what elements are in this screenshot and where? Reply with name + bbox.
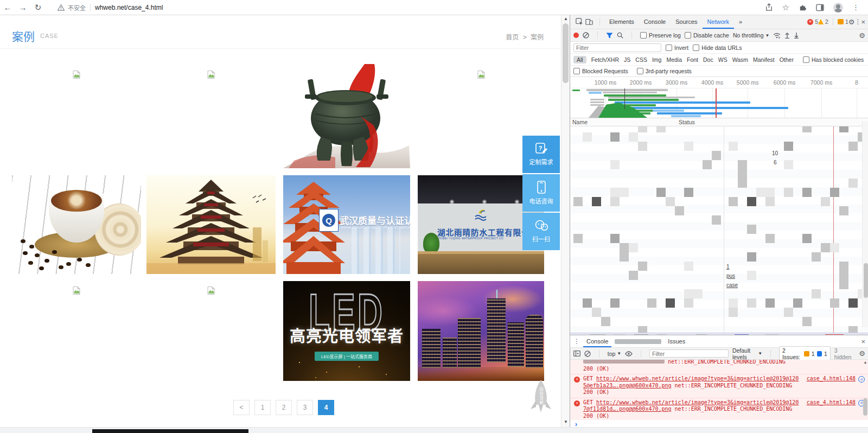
console-settings-icon[interactable]: ⚙ (859, 349, 865, 358)
console-sidebar-icon[interactable] (573, 351, 580, 356)
checkbox[interactable] (685, 32, 691, 39)
request-table-body[interactable]: 10 6 1 pus case (570, 126, 868, 333)
context-selector[interactable]: top ▼ (608, 351, 622, 357)
warning-count-badge[interactable]: 2 (818, 18, 828, 25)
checkbox[interactable] (693, 44, 699, 51)
tab-sources[interactable]: Sources (671, 15, 702, 29)
pagination-page-4-active[interactable]: 4 (318, 400, 334, 415)
type-filter-doc[interactable]: Doc (703, 56, 713, 63)
console-error-message[interactable]: net::ERR_INCOMPLETE_CHUNKED_ENCODING 200… (570, 360, 868, 374)
pagination-page-3[interactable]: 3 (297, 400, 313, 415)
console-error-message[interactable]: ✕ GET http://www.whweb.net/article/image… (570, 374, 868, 398)
browser-menu-icon[interactable]: ⋮ (852, 3, 859, 11)
case-item-broken-1[interactable] (12, 65, 141, 168)
request-link[interactable]: pus (726, 273, 735, 279)
devtools-settings-icon[interactable]: ⚙ (848, 18, 855, 26)
type-filter-all[interactable]: All (573, 56, 586, 63)
security-chip[interactable]: 不安全 (58, 3, 86, 12)
network-filter-input[interactable] (573, 43, 661, 52)
console-messages[interactable]: net::ERR_INCOMPLETE_CHUNKED_ENCODING 200… (570, 360, 868, 420)
request-url-link[interactable]: http://www.whweb.net/article/image?type=… (596, 375, 799, 381)
request-url-link[interactable]: 7@f11d81d….png@@600x470.png (583, 406, 672, 412)
type-filter-other[interactable]: Other (780, 56, 794, 63)
invert-checkbox[interactable]: Invert (666, 44, 688, 51)
scroll-up-arrow[interactable]: ▲ (561, 16, 570, 21)
network-conditions-icon[interactable] (773, 33, 781, 39)
profile-avatar[interactable] (833, 3, 843, 12)
hidden-messages-label[interactable]: 3 hidden (834, 347, 852, 360)
drawer-menu-icon[interactable]: ⋮ (573, 338, 580, 345)
more-tabs-chevron[interactable]: » (734, 15, 747, 29)
devtools-menu-icon[interactable]: ⋮ (854, 18, 861, 26)
case-item-certification-photo[interactable]: Q 武汉质量与认证认可协会 WUHAN QUALITY AND CERTIFIC… (283, 175, 410, 274)
drawer-close-icon[interactable]: × (861, 338, 865, 346)
checkbox[interactable] (573, 68, 580, 74)
devtools-close-icon[interactable]: × (861, 18, 865, 26)
widget-phone-consult[interactable]: 电话咨询 (522, 174, 560, 212)
case-item-coffee-photo[interactable] (12, 175, 141, 274)
type-filter-manifest[interactable]: Manifest (753, 56, 775, 63)
scroll-down-arrow[interactable]: ▼ (561, 419, 570, 424)
share-icon[interactable] (765, 3, 773, 11)
request-link[interactable]: case (726, 282, 738, 288)
page-scrollbar[interactable]: ▲ ▼ (561, 15, 570, 433)
tab-console[interactable]: Console (639, 15, 671, 29)
case-item-led-photo[interactable]: LED 高亮光电领军者 LED显示屏 | 一站式服务商 (283, 281, 410, 381)
case-item-tower-photo[interactable] (146, 175, 276, 274)
blocked-requests-checkbox[interactable]: Blocked Requests (573, 68, 628, 74)
case-item-broken-4[interactable] (12, 281, 141, 382)
widget-scan-qr[interactable]: 扫一扫 (522, 213, 560, 250)
console-scrollbar[interactable]: ▲ (863, 360, 868, 421)
case-item-bronze-ding[interactable] (283, 64, 410, 168)
scroll-up-arrow[interactable]: ▲ (863, 360, 868, 364)
filter-funnel-icon[interactable] (606, 33, 613, 39)
request-url-link[interactable]: http://www.whweb.net/article/image?type=… (596, 399, 799, 405)
pagination-page-2[interactable]: 2 (276, 400, 292, 415)
live-expression-eye-icon[interactable] (625, 351, 633, 356)
scrollbar-thumb[interactable] (864, 263, 868, 298)
preserve-log-checkbox[interactable]: Preserve log (640, 32, 681, 39)
type-filter-ws[interactable]: WS (718, 56, 727, 63)
clear-network-log-icon[interactable] (583, 32, 589, 39)
device-toolbar-icon[interactable] (585, 18, 593, 26)
error-count-badge[interactable]: ✕ 5 (807, 18, 818, 25)
scrollbar-thumb[interactable] (563, 23, 569, 83)
case-item-broken-2[interactable] (146, 65, 276, 168)
request-url-link[interactable]: 5@efb1a23….png@@600x470.png (583, 383, 672, 389)
type-filter-css[interactable]: CSS (635, 56, 647, 63)
search-icon[interactable] (617, 32, 623, 39)
extensions-icon[interactable] (799, 3, 807, 11)
side-panel-icon[interactable] (816, 4, 824, 11)
pagination-prev-button[interactable]: < (233, 400, 250, 415)
console-error-message[interactable]: ✕ GET http://www.whweb.net/article/image… (570, 398, 868, 421)
type-filter-font[interactable]: Font (687, 56, 698, 63)
disable-cache-checkbox[interactable]: Disable cache (685, 32, 729, 39)
hide-data-urls-checkbox[interactable]: Hide data URLs (693, 44, 742, 51)
widget-custom-request[interactable]: ? 定制需求 (522, 136, 560, 173)
export-har-icon[interactable] (794, 32, 799, 39)
type-filter-media[interactable]: Media (666, 56, 682, 63)
clear-console-icon[interactable] (584, 351, 591, 357)
checkbox[interactable] (640, 32, 647, 39)
back-icon[interactable]: ← (0, 3, 15, 12)
issues-count-badge[interactable]: 1 (838, 18, 848, 25)
type-filter-fetch-xhr[interactable]: Fetch/XHR (591, 56, 619, 63)
back-to-top-rocket[interactable]: 回到顶部 (529, 380, 552, 417)
log-levels-dropdown[interactable]: Default levels ▼ (732, 347, 762, 360)
url-text[interactable]: whweb.net/case_4.html (95, 4, 163, 11)
forward-icon[interactable]: → (15, 3, 30, 12)
type-filter-js[interactable]: JS (624, 56, 630, 63)
case-item-city-photo[interactable] (418, 281, 544, 381)
checkbox[interactable] (803, 56, 809, 63)
request-link[interactable]: 1 (726, 264, 730, 270)
scrollbar-thumb[interactable] (863, 398, 867, 416)
tab-network[interactable]: Network (703, 15, 734, 29)
third-party-requests-checkbox[interactable]: 3rd-party requests (637, 68, 692, 74)
checkbox[interactable] (666, 44, 672, 51)
case-item-broken-5[interactable] (146, 281, 276, 382)
source-location-link[interactable]: case_4.html:148 (807, 375, 856, 383)
breadcrumb-home-link[interactable]: 首页 (506, 34, 519, 41)
network-settings-icon[interactable]: ⚙ (859, 31, 865, 40)
console-filter-input[interactable] (649, 349, 729, 358)
has-blocked-cookies-checkbox[interactable]: Has blocked cookies (803, 56, 864, 63)
